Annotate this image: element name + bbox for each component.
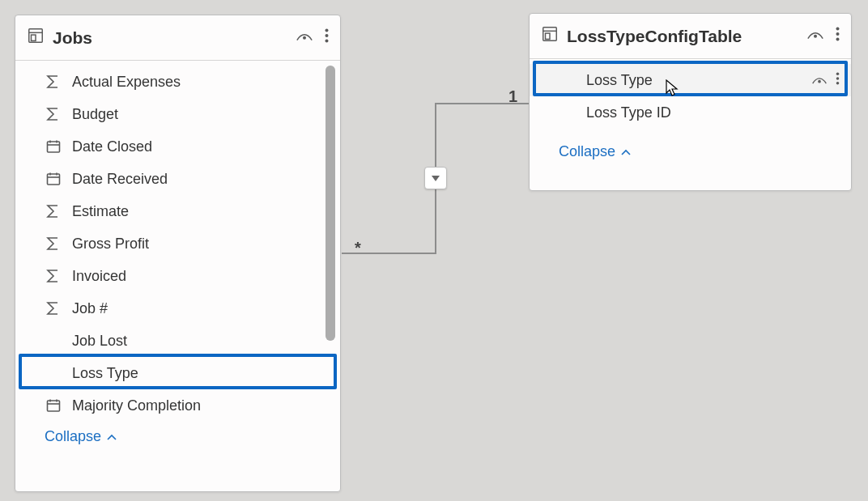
field-row-job-lost[interactable]: Job Lost bbox=[15, 325, 340, 357]
field-row-budget[interactable]: Budget bbox=[15, 98, 340, 130]
visibility-icon[interactable] bbox=[811, 72, 828, 89]
field-label: Job Lost bbox=[72, 333, 127, 350]
field-row-actual-expenses[interactable]: Actual Expenses bbox=[15, 66, 340, 98]
more-options-icon[interactable] bbox=[325, 28, 329, 47]
collapse-toggle-jobs[interactable]: Collapse bbox=[15, 422, 117, 445]
field-label: Budget bbox=[72, 106, 118, 123]
visibility-icon[interactable] bbox=[806, 28, 824, 45]
svg-point-28 bbox=[836, 38, 840, 41]
sigma-icon bbox=[46, 74, 64, 89]
scrollbar[interactable] bbox=[326, 66, 335, 341]
table-header-jobs: Jobs bbox=[15, 15, 340, 61]
svg-point-32 bbox=[836, 82, 840, 85]
field-label: Actual Expenses bbox=[72, 74, 181, 91]
table-panel-jobs: Jobs bbox=[15, 15, 341, 492]
field-row-date-closed[interactable]: Date Closed bbox=[15, 130, 340, 163]
field-label: Loss Type bbox=[586, 72, 653, 89]
svg-rect-7 bbox=[48, 142, 60, 152]
filter-direction-icon[interactable] bbox=[424, 167, 447, 189]
svg-point-6 bbox=[326, 40, 329, 43]
chevron-up-icon bbox=[620, 143, 632, 160]
svg-marker-33 bbox=[666, 80, 677, 96]
table-header-ltct: LossTypeConfigTable bbox=[530, 14, 851, 59]
field-row-date-received[interactable]: Date Received bbox=[15, 163, 340, 195]
field-label: Loss Type ID bbox=[586, 104, 671, 121]
field-row-invoiced[interactable]: Invoiced bbox=[15, 260, 340, 292]
svg-point-29 bbox=[818, 79, 821, 83]
collapse-label: Collapse bbox=[45, 428, 101, 445]
calendar-icon bbox=[46, 172, 64, 186]
svg-point-26 bbox=[836, 28, 840, 31]
svg-rect-2 bbox=[32, 35, 36, 40]
sigma-icon bbox=[46, 269, 64, 283]
field-label: Date Closed bbox=[72, 138, 152, 155]
table-title[interactable]: LossTypeConfigTable bbox=[567, 27, 806, 46]
cardinality-right: 1 bbox=[508, 87, 517, 106]
field-row-loss-type[interactable]: Loss Type bbox=[530, 64, 851, 96]
sigma-icon bbox=[46, 204, 64, 219]
chevron-up-icon bbox=[106, 428, 117, 445]
field-label: Date Received bbox=[72, 171, 168, 188]
field-label: Estimate bbox=[72, 203, 129, 220]
svg-point-3 bbox=[303, 36, 306, 40]
table-panel-losstypeconfigtable: LossTypeConfigTable bbox=[529, 13, 852, 191]
field-label: Majority Completion bbox=[72, 397, 201, 414]
table-body-ltct: Loss Type bbox=[530, 59, 851, 172]
field-row-loss-type-id[interactable]: Loss Type ID bbox=[530, 96, 851, 129]
svg-rect-24 bbox=[546, 33, 551, 39]
table-icon bbox=[27, 27, 45, 49]
field-row-job-number[interactable]: Job # bbox=[15, 292, 340, 325]
svg-point-30 bbox=[836, 72, 840, 75]
table-body-jobs: Actual Expenses Budget bbox=[15, 61, 340, 456]
field-row-gross-profit[interactable]: Gross Profit bbox=[15, 227, 340, 260]
sigma-icon bbox=[46, 301, 64, 316]
visibility-icon[interactable] bbox=[296, 29, 313, 46]
svg-marker-34 bbox=[432, 176, 440, 181]
calendar-icon bbox=[46, 398, 64, 413]
collapse-label: Collapse bbox=[559, 143, 615, 160]
field-row-loss-type[interactable]: Loss Type bbox=[15, 357, 340, 389]
svg-rect-14 bbox=[48, 174, 60, 185]
svg-point-25 bbox=[814, 35, 817, 38]
mouse-cursor-icon bbox=[666, 79, 680, 101]
field-label: Invoiced bbox=[72, 268, 126, 285]
field-row-majority-completion[interactable]: Majority Completion bbox=[15, 389, 340, 422]
sigma-icon bbox=[46, 107, 64, 121]
svg-point-5 bbox=[326, 34, 329, 37]
more-options-icon[interactable] bbox=[836, 27, 840, 45]
table-icon bbox=[541, 25, 559, 47]
svg-point-4 bbox=[326, 29, 329, 32]
sigma-icon bbox=[46, 236, 64, 251]
table-title[interactable]: Jobs bbox=[53, 28, 296, 48]
more-options-icon[interactable] bbox=[836, 72, 840, 89]
svg-point-27 bbox=[836, 32, 840, 36]
svg-rect-18 bbox=[48, 401, 60, 411]
field-label: Gross Profit bbox=[72, 236, 149, 253]
svg-point-31 bbox=[836, 77, 840, 80]
field-label: Loss Type bbox=[72, 365, 138, 382]
cardinality-left: * bbox=[355, 239, 361, 257]
calendar-icon bbox=[46, 139, 64, 154]
scroll-thumb[interactable] bbox=[326, 66, 335, 341]
field-label: Job # bbox=[72, 300, 108, 317]
collapse-toggle-ltct[interactable]: Collapse bbox=[530, 129, 632, 160]
field-row-estimate[interactable]: Estimate bbox=[15, 195, 340, 227]
